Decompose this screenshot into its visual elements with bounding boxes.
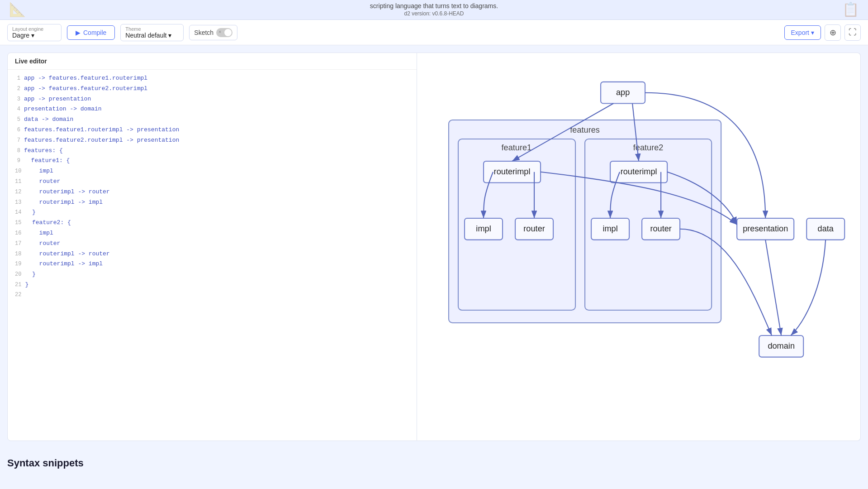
theme-dropdown[interactable]: Theme Neutral default ▾ [120, 24, 184, 41]
code-line: 20 } [8, 269, 417, 280]
line-number: 13 [8, 198, 25, 207]
line-content: } [25, 280, 28, 290]
fullscreen-button[interactable]: ⛶ [844, 24, 861, 41]
zoom-in-button[interactable]: ⊕ [825, 24, 841, 41]
play-icon: ▶ [76, 29, 81, 36]
presentation-to-domain-arrow [765, 240, 781, 336]
line-content: } [25, 270, 35, 279]
line-number: 4 [8, 105, 24, 114]
line-number: 8 [8, 147, 24, 155]
banner-text: scripting language that turns text to di… [370, 2, 498, 10]
zoom-in-icon: ⊕ [830, 28, 836, 38]
line-number: 12 [8, 188, 25, 197]
domain-label: domain [768, 341, 795, 350]
layout-engine-dropdown[interactable]: Layout engine Dagre ▾ [7, 24, 62, 41]
line-number: 3 [8, 95, 24, 104]
fullscreen-icon: ⛶ [849, 28, 857, 37]
toggle-x-icon: × [218, 29, 221, 34]
line-content: features.feature1.routerimpl -> presenta… [24, 125, 179, 135]
f2-router-label: router [650, 224, 672, 233]
data-label: data [817, 224, 834, 233]
line-content: router [25, 239, 60, 249]
line-content: features.feature2.routerimpl -> presenta… [24, 136, 179, 145]
presentation-label: presentation [743, 224, 788, 233]
code-line: 22 [8, 290, 417, 300]
line-content: feature1: { [24, 156, 70, 166]
line-number: 6 [8, 126, 24, 134]
f2-routerimpl-label: routerimpl [620, 167, 657, 176]
compile-button[interactable]: ▶ Compile [67, 25, 115, 40]
deco-right: 📋 [842, 1, 859, 17]
line-content: impl [25, 167, 53, 176]
line-number: 21 [8, 281, 25, 289]
toolbar: Layout engine Dagre ▾ ▶ Compile Theme Ne… [0, 20, 868, 45]
code-line: 18 routerimpl -> router [8, 249, 417, 259]
line-number: 10 [8, 167, 25, 176]
layout-engine-value: Dagre ▾ [12, 32, 34, 39]
features-label: features [570, 125, 600, 134]
editor-body[interactable]: 1app -> features.feature1.routerimpl2app… [8, 70, 417, 441]
toggle-thumb [224, 29, 232, 36]
code-line: 9 feature1: { [8, 156, 417, 166]
code-line: 14 } [8, 207, 417, 218]
feature1-label: feature1 [501, 143, 531, 152]
line-content: presentation -> domain [24, 105, 102, 114]
toggle-track[interactable]: × [216, 28, 232, 37]
line-number: 22 [8, 291, 25, 299]
app-label: app [616, 88, 630, 97]
line-content: app -> features.feature2.routerimpl [24, 84, 147, 94]
chevron-down-icon: ▾ [31, 32, 34, 39]
line-number: 11 [8, 177, 25, 186]
code-line: 6features.feature1.routerimpl -> present… [8, 125, 417, 135]
code-line: 3app -> presentation [8, 94, 417, 105]
line-number: 9 [8, 157, 24, 165]
banner-version: d2 version: v0.6.8-HEAD [370, 10, 498, 17]
code-line: 4presentation -> domain [8, 104, 417, 115]
line-content: routerimpl -> impl [25, 198, 103, 207]
line-content: data -> domain [24, 115, 73, 125]
line-content: app -> presentation [24, 95, 91, 104]
export-button[interactable]: Export ▾ [784, 25, 821, 40]
line-content: features: { [24, 146, 63, 156]
f1-routerimpl-label: routerimpl [493, 167, 530, 176]
line-content: routerimpl -> router [25, 187, 109, 197]
code-line: 5data -> domain [8, 115, 417, 125]
code-line: 8features: { [8, 146, 417, 156]
layout-engine-label: Layout engine [12, 26, 43, 32]
line-number: 7 [8, 136, 24, 145]
code-line: 17 router [8, 239, 417, 249]
line-content: feature2: { [25, 218, 71, 228]
f1-impl-label: impl [476, 224, 491, 233]
code-line: 16 impl [8, 228, 417, 239]
toolbar-right: Export ▾ ⊕ ⛶ [784, 24, 861, 41]
line-number: 19 [8, 260, 25, 268]
sketch-toggle[interactable]: Sketch × [189, 25, 237, 40]
code-line: 15 feature2: { [8, 218, 417, 228]
line-content: routerimpl -> impl [25, 259, 103, 269]
theme-label: Theme [125, 26, 141, 32]
code-line: 21} [8, 280, 417, 290]
toolbar-left: Layout engine Dagre ▾ ▶ Compile Theme Ne… [7, 24, 779, 41]
line-number: 17 [8, 240, 25, 248]
line-content: routerimpl -> router [25, 249, 109, 259]
line-content: } [25, 208, 35, 217]
line-content: router [25, 177, 60, 187]
editor-header: Live editor [8, 53, 417, 70]
line-number: 5 [8, 115, 24, 124]
code-line: 1app -> features.feature1.routerimpl [8, 73, 417, 84]
code-line: 19 routerimpl -> impl [8, 259, 417, 269]
data-to-domain-arrow [791, 240, 825, 336]
code-line: 11 router [8, 177, 417, 187]
code-line: 13 routerimpl -> impl [8, 197, 417, 208]
editor-panel: Live editor 1app -> features.feature1.ro… [7, 53, 417, 441]
diagram-svg: app features feature1 feature2 routerimp… [417, 53, 860, 441]
code-line: 12 routerimpl -> router [8, 187, 417, 197]
line-number: 18 [8, 250, 25, 259]
line-number: 15 [8, 219, 25, 227]
syntax-section: Syntax snippets [0, 448, 868, 474]
line-number: 2 [8, 85, 24, 93]
main-content: Live editor 1app -> features.feature1.ro… [0, 45, 868, 448]
code-line: 7features.feature2.routerimpl -> present… [8, 135, 417, 146]
line-number: 20 [8, 270, 25, 279]
deco-left: 📐 [9, 1, 26, 17]
